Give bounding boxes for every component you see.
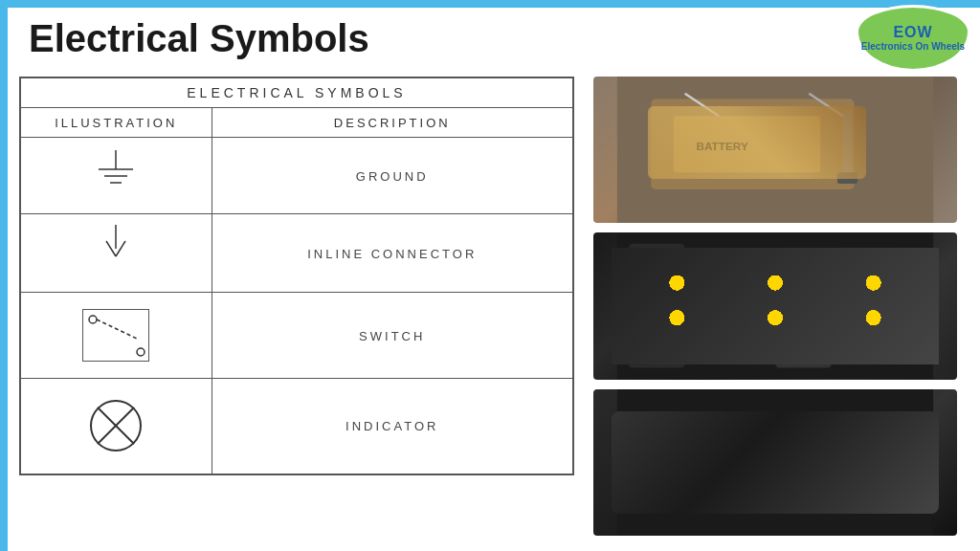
inline-connector-symbol (87, 220, 145, 282)
svg-line-57 (710, 454, 717, 461)
table-row: INLINE CONNECTOR (20, 214, 573, 293)
switch-description: SWITCH (212, 293, 573, 379)
svg-rect-43 (775, 295, 832, 328)
page-title: Electrical Symbols (29, 17, 369, 60)
svg-point-26 (668, 255, 679, 267)
indicator-illustration (20, 379, 212, 474)
eow-logo: EOW Electronics On Wheels (856, 5, 970, 72)
switch-box (82, 309, 149, 362)
table-header: ELECTRICAL SYMBOLS (20, 77, 573, 108)
svg-rect-15 (651, 99, 854, 189)
svg-line-5 (106, 241, 116, 256)
svg-line-6 (116, 241, 125, 256)
svg-point-54 (682, 431, 709, 458)
svg-point-36 (651, 345, 662, 357)
svg-line-58 (676, 454, 682, 461)
svg-point-7 (89, 316, 97, 323)
svg-rect-14 (617, 77, 933, 223)
svg-rect-39 (775, 250, 832, 283)
svg-point-35 (635, 345, 646, 357)
eow-logo-line1: EOW (893, 24, 932, 41)
svg-rect-23 (629, 244, 685, 277)
switch-illustration (20, 293, 212, 379)
svg-text:BATTERY: BATTERY (696, 140, 747, 152)
svg-point-49 (814, 345, 826, 357)
main-content: ELECTRICAL SYMBOLS ILLUSTRATION DESCRIPT… (19, 77, 957, 536)
svg-point-47 (781, 345, 792, 357)
ground-description: GROUND (212, 138, 573, 214)
svg-point-48 (798, 345, 810, 357)
photo-ground: BATTERY (593, 77, 957, 223)
indicator-description: INDICATOR (212, 379, 573, 474)
indicator-symbol (85, 395, 147, 457)
svg-point-8 (137, 348, 145, 356)
indicator-svg (85, 395, 147, 457)
col-description: DESCRIPTION (212, 108, 573, 138)
svg-line-56 (710, 430, 717, 436)
svg-line-9 (97, 320, 137, 339)
top-accent-bar (0, 0, 980, 8)
svg-point-31 (651, 300, 662, 312)
svg-point-30 (635, 300, 646, 312)
svg-point-24 (635, 255, 646, 267)
ground-symbol (87, 145, 145, 203)
photo-connector (593, 232, 957, 379)
switch-symbol (83, 310, 150, 363)
table-row: INDICATOR (20, 379, 573, 474)
svg-rect-34 (629, 334, 685, 367)
svg-rect-53 (645, 429, 837, 496)
col-illustration: ILLUSTRATION (20, 108, 212, 138)
svg-text:↺: ↺ (888, 444, 900, 459)
svg-rect-46 (775, 334, 832, 367)
eow-logo-line2: Electronics On Wheels (861, 41, 965, 53)
svg-rect-29 (629, 289, 685, 322)
svg-rect-18 (843, 110, 852, 178)
symbols-table: ELECTRICAL SYMBOLS ILLUSTRATION DESCRIPT… (19, 77, 574, 475)
svg-rect-51 (617, 389, 933, 536)
photo-switch: AUTO ⟳ ↺ (593, 389, 957, 536)
svg-rect-19 (837, 172, 858, 184)
svg-point-37 (668, 345, 679, 357)
svg-text:⟳: ⟳ (843, 442, 857, 459)
svg-point-41 (798, 261, 810, 273)
svg-point-40 (781, 261, 792, 273)
table-row: SWITCH (20, 293, 573, 379)
table-row: GROUND (20, 138, 573, 214)
ground-illustration (20, 138, 212, 214)
table-section: ELECTRICAL SYMBOLS ILLUSTRATION DESCRIPT… (19, 77, 574, 536)
left-accent-bar (0, 8, 8, 551)
svg-rect-52 (639, 423, 842, 502)
svg-point-44 (781, 306, 792, 318)
photos-section: BATTERY (593, 77, 957, 536)
inline-connector-description: INLINE CONNECTOR (212, 214, 573, 293)
svg-rect-16 (674, 116, 820, 172)
svg-line-59 (676, 430, 682, 436)
inline-connector-illustration (20, 214, 212, 293)
svg-text:AUTO: AUTO (747, 439, 772, 450)
svg-rect-22 (617, 232, 933, 379)
svg-point-25 (651, 255, 662, 267)
